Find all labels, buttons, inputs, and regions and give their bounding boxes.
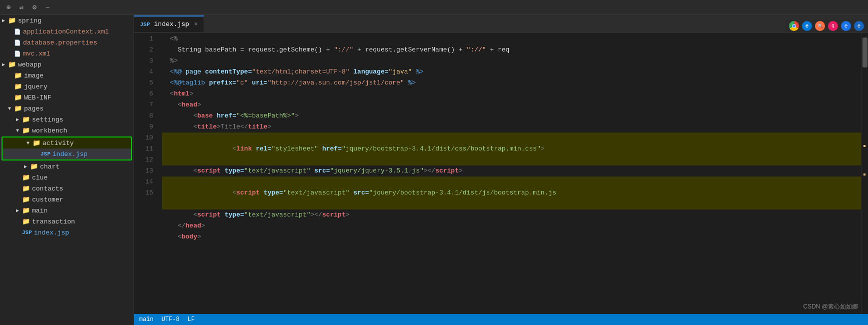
sidebar-item-label: image [24,72,44,80]
sidebar-item-label: main [32,207,48,214]
main-area: ▶ 📁 spring 📄 applicationContext.xml 📄 da… [0,15,868,325]
folder-icon: 📁 [22,184,30,192]
sidebar-item-activity[interactable]: ▼ 📁 activity [3,138,131,148]
token: script [197,166,221,176]
code-line-11: <script type="text/javascript" src="jque… [162,166,861,176]
token: prefix= [209,78,237,88]
chrome-icon[interactable] [789,21,799,31]
token: < [162,166,197,176]
sidebar-item-label: database.properties [23,39,97,46]
sidebar-item-database[interactable]: 📄 database.properties [0,37,134,48]
token: type= [225,210,244,220]
sidebar-item-label: index.jsp [34,229,69,236]
code-line-12: <script type="text/javascript" src="jque… [162,176,861,210]
token [213,110,217,122]
sidebar-item-mvc[interactable]: 📄 mvc.xml [0,48,134,59]
tab-index-jsp[interactable]: JSP index.jsp × [134,16,204,32]
sidebar-item-settings[interactable]: ▶ 📁 settings [0,114,134,125]
scrollbar[interactable] [861,32,868,314]
sidebar-item-label: settings [32,116,63,124]
arrow-icon: ▶ [2,62,7,68]
token: title [248,122,268,132]
encoding-label: UTF-8 [162,316,180,323]
sidebar-item-image[interactable]: 📁 image [0,70,134,81]
tab-close-button[interactable]: × [194,21,198,28]
sidebar-item-label: applicationContext.xml [23,28,109,36]
sidebar-item-index-jsp[interactable]: JSP index.jsp [3,148,131,160]
sidebar-item-label: pages [24,105,44,112]
token: rel= [256,145,271,152]
token: language= [353,66,388,78]
token: "://" [334,44,353,56]
token: < [162,210,197,220]
sidebar-item-label: transaction [32,218,75,226]
token: script [435,166,459,176]
sidebar-item-spring[interactable]: ▶ 📁 spring [0,15,134,26]
token: type= [225,166,244,176]
settings-icon[interactable]: ⚙ [30,3,39,12]
sidebar-item-webapp[interactable]: ▶ 📁 webapp [0,59,134,70]
code-area[interactable]: <% String basePath = request.getScheme()… [158,32,861,314]
sidebar-item-transaction[interactable]: 📁 transaction [0,216,134,227]
token: title [197,122,217,132]
token: page [186,66,205,78]
sidebar-item-clue[interactable]: 📁 clue [0,172,134,183]
token: Name() [431,44,455,56]
browser-icon-6[interactable]: e [854,21,864,31]
folder-icon: 📁 [22,206,30,214]
line-ending-label: LF [188,316,195,323]
token: > [295,110,299,122]
sidebar-item-contacts[interactable]: 📁 contacts [0,183,134,194]
browser-icon-4[interactable]: Q [828,21,838,31]
sidebar-item-chart[interactable]: ▶ 📁 chart [0,161,134,172]
swap-icon[interactable]: ⇌ [17,3,26,12]
prop-icon: 📄 [14,40,21,46]
add-icon[interactable]: ⊕ [4,3,13,12]
folder-icon: 📁 [14,82,22,90]
ie-icon[interactable]: e [841,21,851,31]
sidebar-item-jquery[interactable]: 📁 jquery [0,81,134,92]
sidebar-item-label: activity [43,140,74,147]
token: < [201,145,236,152]
token: head [186,220,201,232]
sidebar-item-label: spring [18,17,42,24]
token: < [162,232,182,242]
sidebar-item-label: index.jsp [53,150,88,158]
sidebar-item-pages[interactable]: ▼ 📁 pages [0,103,134,114]
token: head [182,100,197,110]
token: script [236,189,260,196]
code-line-14: </head> [162,220,861,232]
token: "text/javascript" [244,166,311,176]
token: body [182,232,197,242]
token [248,78,252,88]
token: < [201,189,236,196]
sidebar-item-webinf[interactable]: 📁 WEB-INF [0,92,134,103]
sidebar-item-customer[interactable]: 📁 customer [0,194,134,205]
token: "text/javascript" [283,189,350,196]
token: %> [412,66,423,78]
minimize-icon[interactable]: − [43,3,52,12]
token [318,145,322,152]
folder-icon: 📁 [8,60,16,68]
token: script [197,210,221,220]
code-line-6: <html> [162,88,861,100]
toolbar: ⊕ ⇌ ⚙ − [0,0,868,15]
code-line-2: String basePath = request.getScheme() + … [162,44,861,56]
arrow-icon: ▶ [24,164,29,170]
sidebar-item-workbench[interactable]: ▼ 📁 workbench [0,125,134,136]
sidebar-item-main[interactable]: ▶ 📁 main [0,205,134,216]
watermark: CSDN @素心如如娜 [803,302,858,311]
browser-icon-3[interactable]: 🔍 [815,21,825,31]
token: + req [486,44,510,56]
token: > [197,100,201,110]
code-line-5: <%@taglib prefix="c" uri="http://java.su… [162,78,861,88]
sidebar-item-label: clue [32,174,48,182]
token: html [174,88,189,100]
token: <%@ [162,66,186,78]
token: </ [162,220,186,232]
sidebar-item-index-jsp2[interactable]: JSP index.jsp [0,227,134,238]
sidebar: ▶ 📁 spring 📄 applicationContext.xml 📄 da… [0,15,134,325]
edge-icon[interactable]: e [802,21,812,31]
sidebar-item-applicationcontext[interactable]: 📄 applicationContext.xml [0,26,134,37]
token: "java" [389,66,412,78]
